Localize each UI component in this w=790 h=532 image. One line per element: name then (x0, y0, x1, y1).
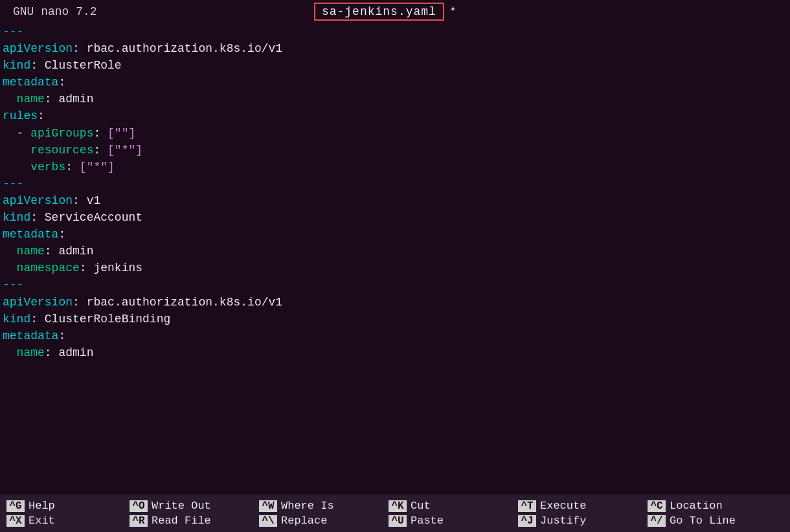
shortcut-action-label: Execute (540, 500, 586, 512)
footer-shortcut[interactable]: ^CLocation (641, 500, 771, 512)
editor-line: - apiGroups: [""] (3, 125, 787, 142)
editor-line: verbs: ["*"] (3, 159, 787, 175)
shortcut-key-label: ^J (518, 515, 536, 527)
shortcut-action-label: Exit (28, 515, 55, 527)
editor-line: --- (3, 175, 787, 192)
shortcut-action-label: Justify (540, 515, 586, 527)
shortcut-key-label: ^R (130, 515, 148, 527)
editor-line: namespace: jenkins (3, 260, 787, 276)
footer-shortcut[interactable]: ^GHelp (0, 500, 123, 512)
footer-shortcut[interactable]: ^RRead File (123, 515, 253, 527)
shortcut-key-label: ^T (518, 500, 536, 512)
editor-line: name: admin (3, 91, 787, 107)
shortcut-action-label: Write Out (152, 500, 211, 512)
editor-line: metadata: (3, 327, 787, 344)
shortcut-action-label: Cut (411, 500, 431, 512)
footer-shortcut[interactable]: ^UPaste (382, 515, 512, 527)
editor-line: resources: ["*"] (3, 142, 787, 159)
modified-indicator: * (449, 5, 457, 18)
editor-line: name: admin (3, 243, 787, 260)
footer-row: ^XExit^RRead File^\Replace^UPaste^JJusti… (0, 513, 790, 528)
footer-shortcut[interactable]: ^WWhere Is (253, 500, 382, 512)
editor-line: kind: ClusterRole (3, 57, 787, 74)
shortcut-action-label: Where Is (281, 500, 334, 512)
editor-line: rules: (3, 107, 787, 124)
editor-line: name: admin (3, 344, 787, 361)
shortcut-key-label: ^K (389, 500, 407, 512)
editor-line: --- (3, 23, 787, 40)
footer-shortcut[interactable]: ^OWrite Out (123, 500, 253, 512)
editor-line: apiVersion: rbac.authorization.k8s.io/v1 (3, 40, 787, 57)
shortcut-key-label: ^C (648, 500, 666, 512)
shortcut-action-label: Replace (281, 515, 327, 527)
shortcut-key-label: ^/ (648, 515, 666, 527)
footer-shortcut[interactable]: ^/Go To Line (641, 515, 771, 527)
editor-line: kind: ServiceAccount (3, 209, 787, 226)
footer-row: ^GHelp^OWrite Out^WWhere Is^KCut^TExecut… (0, 498, 790, 513)
shortcut-key-label: ^G (6, 500, 25, 512)
footer-shortcut[interactable]: ^XExit (0, 515, 123, 527)
shortcut-key-label: ^U (389, 515, 407, 527)
footer-shortcut[interactable]: ^TExecute (512, 500, 641, 512)
title-bar: GNU nano 7.2 sa-jenkins.yaml * (0, 0, 790, 23)
shortcut-key-label: ^\ (259, 515, 277, 527)
editor-area: ---apiVersion: rbac.authorization.k8s.io… (0, 23, 790, 494)
shortcut-action-label: Location (670, 500, 723, 512)
shortcut-key-label: ^W (259, 500, 277, 512)
shortcut-action-label: Help (28, 500, 55, 512)
editor-line: --- (3, 276, 787, 293)
shortcut-action-label: Read File (152, 515, 211, 527)
app-title: GNU nano 7.2 (13, 5, 97, 18)
filename: sa-jenkins.yaml (314, 3, 444, 21)
shortcut-key-label: ^X (6, 515, 25, 527)
editor-line: apiVersion: rbac.authorization.k8s.io/v1 (3, 294, 787, 311)
editor-line: metadata: (3, 74, 787, 91)
footer-shortcut[interactable]: ^JJustify (512, 515, 641, 527)
editor-line: metadata: (3, 226, 787, 243)
shortcut-action-label: Paste (411, 515, 444, 527)
shortcut-action-label: Go To Line (670, 515, 736, 527)
footer-shortcut[interactable]: ^\Replace (253, 515, 382, 527)
editor-line: apiVersion: v1 (3, 192, 787, 209)
footer-shortcut[interactable]: ^KCut (382, 500, 512, 512)
editor-line: kind: ClusterRoleBinding (3, 311, 787, 327)
footer: ^GHelp^OWrite Out^WWhere Is^KCut^TExecut… (0, 494, 790, 532)
shortcut-key-label: ^O (130, 500, 148, 512)
